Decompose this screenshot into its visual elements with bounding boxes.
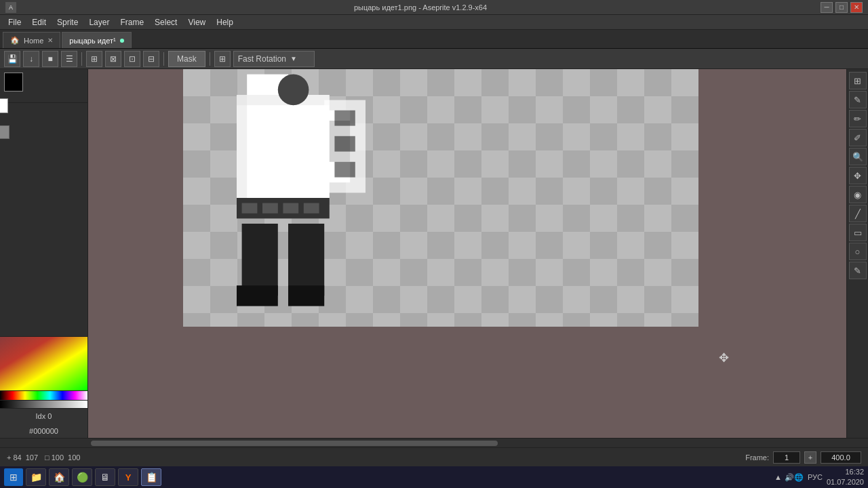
right-tool-contour[interactable]: ✎: [849, 262, 867, 279]
svg-rect-10: [288, 224, 324, 296]
menu-layer[interactable]: Layer: [83, 16, 115, 28]
mask-button[interactable]: Mask: [168, 51, 205, 67]
window-title: рыцарь идет1.png - Aseprite v1.2.9-x64: [20, 3, 821, 12]
right-tool-zoom[interactable]: 🔍: [849, 148, 867, 165]
right-tool-eraser[interactable]: ✐: [849, 129, 867, 146]
color-picker[interactable]: [0, 336, 87, 390]
transform-button[interactable]: ⊟: [143, 51, 159, 67]
tools-area: [0, 103, 87, 336]
taskbar-explorer[interactable]: 📁: [26, 468, 46, 486]
taskbar-store[interactable]: 🟢: [72, 468, 92, 486]
clock-date: 01.07.2020: [827, 477, 864, 487]
tab-home[interactable]: 🏠 Home ✕: [3, 32, 60, 48]
fps-input[interactable]: [821, 451, 861, 464]
rotation-dropdown[interactable]: Fast Rotation ▼: [233, 51, 315, 67]
marquee-button[interactable]: ⊞: [86, 51, 102, 67]
menu-help[interactable]: Help: [211, 16, 239, 28]
clock: 16:32 01.07.2020: [827, 467, 864, 488]
svg-rect-9: [242, 224, 278, 296]
taskbar-home[interactable]: 🏠: [49, 468, 69, 486]
taskbar-yandex[interactable]: Y: [118, 468, 138, 486]
tab-modified-indicator: [120, 39, 124, 43]
home-icon: 🏠: [10, 36, 20, 45]
hue-strip[interactable]: [0, 390, 87, 400]
right-tool-select[interactable]: ⊞: [849, 72, 867, 89]
lasso-button[interactable]: ⊡: [124, 51, 140, 67]
menubar: File Edit Sprite Layer Frame Select View…: [0, 15, 868, 30]
titlebar: A рыцарь идет1.png - Aseprite v1.2.9-x64…: [0, 0, 868, 15]
canvas-width: 100: [52, 453, 64, 462]
grid-button[interactable]: ⊞: [214, 51, 231, 67]
tab-home-label: Home: [24, 37, 43, 45]
crosshair-cursor: ✥: [719, 350, 729, 365]
menu-button[interactable]: ☰: [61, 51, 77, 67]
cursor-plus-icon: +: [7, 453, 11, 462]
menu-sprite[interactable]: Sprite: [52, 16, 83, 28]
toolbar: 💾 ↓ ■ ☰ ⊞ ⊠ ⊡ ⊟ Mask ⊞ Fast Rotation ▼: [0, 49, 868, 69]
svg-point-19: [278, 75, 309, 106]
menu-frame[interactable]: Frame: [115, 16, 149, 28]
background-color-swatch[interactable]: [0, 98, 8, 113]
canvas-area[interactable]: ✥: [88, 69, 846, 438]
tab-sprite[interactable]: рыцарь идет¹: [62, 32, 131, 48]
start-button[interactable]: ⊞: [4, 468, 23, 486]
menu-edit[interactable]: Edit: [26, 16, 52, 28]
svg-rect-6: [262, 203, 278, 214]
cursor-position: + 84 107: [7, 453, 38, 462]
svg-rect-13: [237, 95, 247, 198]
svg-rect-5: [242, 203, 258, 214]
right-panel: ⊞ ✎ ✏ ✐ 🔍 ✥ ◉ ╱ ▭ ○ ✎: [846, 69, 868, 438]
cursor-y: 107: [26, 453, 38, 462]
svg-rect-7: [283, 203, 298, 214]
right-tool-rect[interactable]: ▭: [849, 224, 867, 241]
frame-add-button[interactable]: +: [804, 451, 816, 464]
menu-view[interactable]: View: [182, 16, 211, 28]
svg-rect-17: [334, 136, 355, 152]
right-tool-ellipse[interactable]: ○: [849, 243, 867, 260]
svg-rect-8: [304, 203, 319, 214]
lang-label: РУС: [808, 473, 823, 481]
restore-button[interactable]: □: [835, 2, 848, 13]
taskbar: ⊞ 📁 🏠 🟢 🖥 Y 📋 ▲ 🔊🌐 РУС 16:32 01.07.2020: [0, 466, 868, 488]
tabs-bar: 🏠 Home ✕ рыцарь идет¹: [0, 30, 868, 49]
window-controls: ─ □ ✕: [821, 2, 863, 13]
svg-rect-16: [334, 110, 355, 126]
toolbar-separator-1: [81, 52, 82, 66]
menu-file[interactable]: File: [3, 16, 26, 28]
shade-strip[interactable]: [0, 400, 87, 408]
systray: ▲ 🔊🌐: [774, 473, 804, 482]
right-tool-move[interactable]: ✥: [849, 167, 867, 184]
foreground-color-swatch[interactable]: [4, 73, 23, 92]
hex-label: #000000: [0, 423, 87, 438]
taskbar-aseprite[interactable]: 📋: [141, 468, 161, 486]
undo-button[interactable]: ↓: [23, 51, 39, 67]
frame-input[interactable]: [773, 451, 800, 464]
minimize-button[interactable]: ─: [821, 2, 833, 13]
tab-home-close[interactable]: ✕: [47, 37, 53, 44]
frame-label: Frame:: [745, 453, 769, 462]
right-tool-pencil[interactable]: ✎: [849, 91, 867, 108]
size-icon: □: [45, 453, 50, 462]
taskbar-app1[interactable]: 🖥: [95, 468, 115, 486]
save-button[interactable]: 💾: [4, 51, 20, 67]
right-tool-brush[interactable]: ✏: [849, 110, 867, 127]
lang-indicator: РУС: [808, 473, 823, 481]
clock-time: 16:32: [827, 467, 864, 477]
svg-rect-18: [334, 162, 355, 178]
selection-button[interactable]: ⊠: [105, 51, 121, 67]
scrollbar-horizontal[interactable]: [0, 438, 868, 447]
extra-color-swatch: [0, 125, 9, 139]
right-tool-line[interactable]: ╱: [849, 205, 867, 222]
toolbar-separator-2: [163, 52, 164, 66]
redo-button[interactable]: ■: [42, 51, 58, 67]
taskbar-right: ▲ 🔊🌐 РУС 16:32 01.07.2020: [774, 467, 864, 488]
scrollbar-thumb[interactable]: [91, 441, 498, 446]
right-tool-fill[interactable]: ◉: [849, 186, 867, 203]
statusbar: + 84 107 □ 100 100 Frame: +: [0, 447, 868, 466]
close-button[interactable]: ✕: [850, 2, 863, 13]
canvas-size: □ 100 100: [45, 453, 80, 462]
menu-select[interactable]: Select: [149, 16, 182, 28]
svg-rect-12: [288, 285, 324, 306]
idx-label: Idx 0: [0, 408, 87, 423]
rotation-label: Fast Rotation: [238, 54, 286, 64]
